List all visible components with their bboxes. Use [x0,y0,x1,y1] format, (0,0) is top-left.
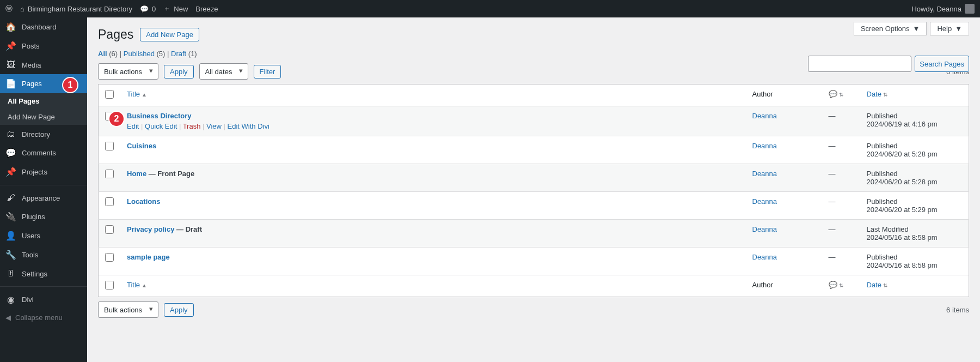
page-icon: 📄 [5,79,16,89]
filter-all[interactable]: All [98,50,107,58]
search-button[interactable]: Search Pages [915,56,969,72]
user-icon: 👤 [5,231,16,241]
apply-button-bottom[interactable]: Apply [164,303,194,317]
site-name-label: Birmingham Restaurant Directory [28,5,132,13]
author-link[interactable]: Deanna [752,170,777,178]
row-checkbox[interactable] [105,253,114,262]
sort-date-bottom[interactable]: Date⇅ [867,281,887,289]
menu-media[interactable]: 🖼Media [0,56,87,74]
edit-with-divi-link[interactable]: Edit With Divi [228,122,270,130]
page-title-link[interactable]: Locations [127,197,160,206]
screen-options-tab[interactable]: Screen Options▼ [854,22,927,35]
collapse-label: Collapse menu [15,313,63,322]
post-state: — Draft [174,225,202,233]
submenu-add-new-page[interactable]: Add New Page [0,109,87,125]
page-title-link[interactable]: Business Directory [127,112,192,120]
comment-icon: 💬 [829,281,837,289]
menu-directory[interactable]: 🗂Directory [0,125,87,143]
breeze-link[interactable]: Breeze [195,5,218,13]
filter-button[interactable]: Filter [254,65,281,79]
sort-date[interactable]: Date⇅ [867,90,887,98]
site-link[interactable]: ⌂Birmingham Restaurant Directory [20,5,132,13]
menu-plugins[interactable]: 🔌Plugins [0,207,87,226]
edit-link[interactable]: Edit [127,122,139,130]
comments-cell: — [822,164,860,192]
apply-button-top[interactable]: Apply [164,65,194,79]
page-title-link[interactable]: Cuisines [127,142,156,150]
add-new-page-button[interactable]: Add New Page [140,28,199,41]
menu-dashboard[interactable]: 🏠Dashboard [0,17,87,37]
menu-projects[interactable]: 📌Projects [0,162,87,182]
menu-label: Pages [22,80,42,88]
bulk-actions-select-bottom[interactable]: Bulk actions [98,301,158,318]
search-input[interactable] [808,56,911,72]
menu-label: Dashboard [22,23,57,31]
screen-options-label: Screen Options [861,25,910,33]
menu-comments[interactable]: 💬Comments [0,143,87,162]
sort-icon: ⇅ [839,92,843,98]
page-content: Screen Options▼ Help▼ Pages Add New Page… [87,17,980,362]
author-link[interactable]: Deanna [752,197,777,206]
pin-icon: 📌 [5,167,16,177]
menu-divi[interactable]: ◉Divi [0,290,87,309]
page-title-link[interactable]: Privacy policy [127,225,174,233]
filter-all-label: All [98,50,107,58]
col-date-label: Date [867,90,881,98]
author-link[interactable]: Deanna [752,112,777,120]
filter-draft-count: (1) [188,50,197,58]
sort-title[interactable]: Title▲ [127,90,147,98]
bulk-actions-select[interactable]: Bulk actions [98,63,158,80]
howdy-link[interactable]: Howdy, Deanna [911,4,975,14]
wp-logo[interactable]: ⓦ [5,4,13,14]
menu-posts[interactable]: 📌Posts [0,37,87,56]
author-link[interactable]: Deanna [752,225,777,233]
filter-published[interactable]: Published [124,50,155,58]
new-link[interactable]: ＋New [163,4,188,14]
sort-icon: ⇅ [839,282,843,288]
row-checkbox[interactable] [105,170,114,178]
submenu-all-pages[interactable]: All Pages [0,93,87,109]
callout-badge-2: 2 [108,111,125,127]
menu-settings[interactable]: 🎚Settings [0,264,87,283]
comments-count: 0 [152,5,156,13]
filter-draft[interactable]: Draft [171,50,186,58]
menu-label: Tools [22,251,38,259]
help-tab[interactable]: Help▼ [930,22,969,35]
menu-tools[interactable]: 🔧Tools [0,245,87,264]
author-link[interactable]: Deanna [752,253,777,261]
menu-label: Comments [22,149,56,157]
view-link[interactable]: View [206,122,222,130]
sort-title-bottom[interactable]: Title▲ [127,281,147,289]
slider-icon: 🎚 [5,269,16,279]
comments-cell: — [822,106,860,136]
author-link[interactable]: Deanna [752,142,777,150]
col-author-footer: Author [746,275,822,297]
select-all-bottom[interactable] [105,281,114,289]
menu-appearance[interactable]: 🖌Appearance [0,189,87,207]
sort-icon: ▲ [142,92,147,98]
menu-separator [0,185,87,185]
trash-link[interactable]: Trash [183,122,201,130]
plus-icon: ＋ [163,4,170,14]
row-checkbox[interactable] [105,225,114,234]
admin-bar: ⓦ ⌂Birmingham Restaurant Directory 💬0 ＋N… [0,0,980,17]
comments-cell: — [822,192,860,220]
menu-label: Divi [22,295,34,304]
row-checkbox[interactable] [105,142,114,150]
table-row: CuisinesDeanna—Published2024/06/20 at 5:… [99,136,969,164]
sort-icon: ⇅ [883,92,887,98]
page-title: Pages [98,27,133,42]
page-title-link[interactable]: sample page [127,253,170,261]
select-all-top[interactable] [105,90,114,99]
page-title-link[interactable]: Home [127,170,146,178]
pages-table: Title▲ Author 💬⇅ Date⇅ 2Business Directo… [98,84,969,297]
quick-edit-link[interactable]: Quick Edit [145,122,177,130]
date-filter-select[interactable]: All dates [199,63,248,80]
collapse-menu[interactable]: ◀Collapse menu [0,309,87,326]
menu-label: Directory [22,130,50,138]
comment-icon: 💬 [5,148,16,158]
dashboard-icon: 🏠 [5,22,16,32]
menu-users[interactable]: 👤Users [0,226,87,245]
comments-link[interactable]: 💬0 [140,5,156,13]
row-checkbox[interactable] [105,197,114,206]
